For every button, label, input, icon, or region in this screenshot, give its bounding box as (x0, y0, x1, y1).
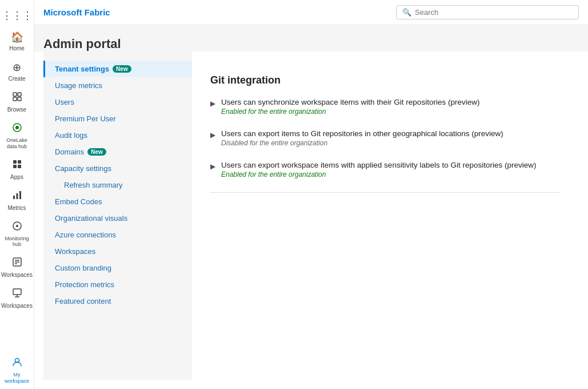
top-bar: Microsoft Fabric 🔍 (34, 0, 588, 25)
nav-home[interactable]: 🏠 Home (1, 26, 33, 57)
home-icon: 🏠 (11, 31, 23, 43)
chevron-right-icon-3[interactable]: ▶ (210, 162, 215, 170)
badge-new-domains: New (87, 148, 106, 156)
setting-status-3: Enabled for the entire organization (221, 170, 536, 178)
svg-rect-19 (13, 289, 21, 295)
sidebar-label-domains: Domains (55, 148, 84, 156)
sidebar-item-users[interactable]: Users (43, 94, 192, 110)
sidebar-item-workspaces[interactable]: Workspaces (43, 243, 192, 260)
myworkspace-icon (12, 357, 22, 370)
nav-myworkspace-label: My workspace (3, 372, 31, 384)
svg-point-5 (15, 126, 19, 129)
onelake-icon (12, 122, 22, 136)
setting-text-1: Users can synchronize workspace items wi… (221, 98, 479, 116)
section-title: Git integration (210, 74, 561, 86)
svg-rect-9 (18, 165, 21, 168)
nav-monitoring-label: Monitoring hub (3, 236, 31, 248)
setting-git-export-geo: ▶ Users can export items to Git reposito… (210, 129, 561, 149)
sidebar-label-refresh-summary: Refresh summary (64, 181, 123, 189)
sidebar-item-azure-connections[interactable]: Azure connections (43, 227, 192, 243)
svg-point-14 (16, 225, 18, 227)
left-nav: ⋮⋮⋮ 🏠 Home ⊕ Create Browse OneLake data … (0, 0, 34, 389)
sidebar-label-organizational-visuals: Organizational visuals (55, 214, 127, 223)
sidebar-item-custom-branding[interactable]: Custom branding (43, 260, 192, 276)
nav-apps[interactable]: Apps (1, 154, 33, 185)
learn-icon (12, 257, 22, 270)
sidebar-item-organizational-visuals[interactable]: Organizational visuals (43, 210, 192, 227)
nav-learn-label: Workspaces (1, 272, 33, 279)
nav-myworkspace[interactable]: My workspace (1, 352, 33, 389)
sidebar-item-domains[interactable]: Domains New (43, 144, 192, 160)
sidebar-item-refresh-summary[interactable]: Refresh summary (43, 177, 192, 193)
monitoring-icon (12, 221, 22, 234)
sidebar-label-protection-metrics: Protection metrics (55, 280, 114, 289)
nav-create[interactable]: ⊕ Create (1, 57, 33, 87)
sidebar-label-custom-branding: Custom branding (55, 264, 111, 272)
setting-git-export-sensitivity: ▶ Users can export workspace items with … (210, 161, 561, 181)
nav-onelake-label: OneLake data hub (3, 137, 31, 150)
nav-monitoring[interactable]: Monitoring hub (1, 216, 33, 253)
chevron-right-icon-1[interactable]: ▶ (210, 100, 215, 108)
setting-name-2: Users can export items to Git repositori… (221, 129, 503, 138)
setting-text-3: Users can export workspace items with ap… (221, 161, 536, 178)
chevron-right-icon-2[interactable]: ▶ (210, 131, 215, 139)
svg-rect-11 (16, 193, 18, 199)
main-content: Microsoft Fabric 🔍 Admin portal Tenant s… (34, 0, 588, 389)
svg-rect-1 (18, 93, 21, 96)
browse-icon (12, 92, 22, 105)
metrics-icon (12, 190, 22, 203)
setting-status-2: Disabled for the entire organization (221, 139, 503, 147)
sidebar-label-premium-per-user: Premium Per User (55, 114, 116, 123)
sidebar-item-audit-logs[interactable]: Audit logs (43, 127, 192, 144)
sidebar-label-capacity-settings: Capacity settings (55, 164, 111, 173)
svg-rect-12 (19, 191, 21, 199)
sidebar-label-embed-codes: Embed Codes (55, 197, 102, 206)
nav-browse[interactable]: Browse (1, 87, 33, 118)
nav-metrics-label: Metrics (7, 205, 26, 212)
svg-rect-10 (13, 196, 15, 199)
main-panel: Git integration ▶ Users can synchronize … (192, 61, 579, 371)
nav-home-label: Home (9, 45, 25, 52)
create-icon: ⊕ (13, 61, 21, 74)
sidebar-item-premium-per-user[interactable]: Premium Per User (43, 110, 192, 127)
sidebar-label-audit-logs: Audit logs (55, 131, 87, 140)
nav-learn[interactable]: Workspaces (1, 252, 33, 283)
sidebar-item-capacity-settings[interactable]: Capacity settings (43, 160, 192, 177)
setting-name-3: Users can export workspace items with ap… (221, 161, 536, 169)
sidebar-item-usage-metrics[interactable]: Usage metrics (43, 77, 192, 94)
sidebar-label-usage-metrics: Usage metrics (55, 81, 102, 90)
svg-rect-8 (13, 165, 17, 168)
sidebar: Tenant settings New Usage metrics Users … (43, 51, 192, 380)
setting-git-sync: ▶ Users can synchronize workspace items … (210, 98, 561, 118)
setting-name-1: Users can synchronize workspace items wi… (221, 98, 479, 106)
svg-rect-6 (13, 160, 17, 164)
sidebar-item-featured-content[interactable]: Featured content (43, 293, 192, 309)
search-box[interactable]: 🔍 (396, 5, 579, 19)
svg-rect-3 (18, 97, 21, 101)
sidebar-label-tenant-settings: Tenant settings (55, 65, 109, 73)
sidebar-item-embed-codes[interactable]: Embed Codes (43, 193, 192, 210)
search-icon: 🔍 (402, 8, 411, 17)
search-input[interactable] (415, 8, 573, 17)
app-title: Microsoft Fabric (43, 7, 110, 17)
nav-onelake[interactable]: OneLake data hub (1, 118, 33, 154)
svg-rect-2 (13, 97, 17, 101)
nav-browse-label: Browse (7, 106, 26, 113)
apps-grid-icon: ⋮⋮⋮ (2, 9, 33, 22)
svg-rect-7 (18, 160, 21, 164)
section-divider (210, 192, 561, 193)
setting-status-1: Enabled for the entire organization (221, 108, 479, 116)
page-wrapper: Admin portal Tenant settings New Usage m… (34, 25, 588, 389)
sidebar-item-protection-metrics[interactable]: Protection metrics (43, 276, 192, 293)
nav-metrics[interactable]: Metrics (1, 185, 33, 216)
sidebar-item-tenant-settings[interactable]: Tenant settings New (43, 61, 192, 77)
sidebar-label-azure-connections: Azure connections (55, 231, 116, 239)
page-header: Admin portal (34, 25, 588, 51)
nav-create-label: Create (8, 76, 25, 82)
apps-icon (12, 159, 22, 172)
nav-apps-label: Apps (10, 174, 23, 181)
nav-workspaces[interactable]: Workspaces (1, 283, 33, 314)
svg-rect-0 (13, 93, 17, 96)
sidebar-label-users: Users (55, 98, 74, 106)
nav-apps-grid[interactable]: ⋮⋮⋮ (1, 5, 33, 26)
